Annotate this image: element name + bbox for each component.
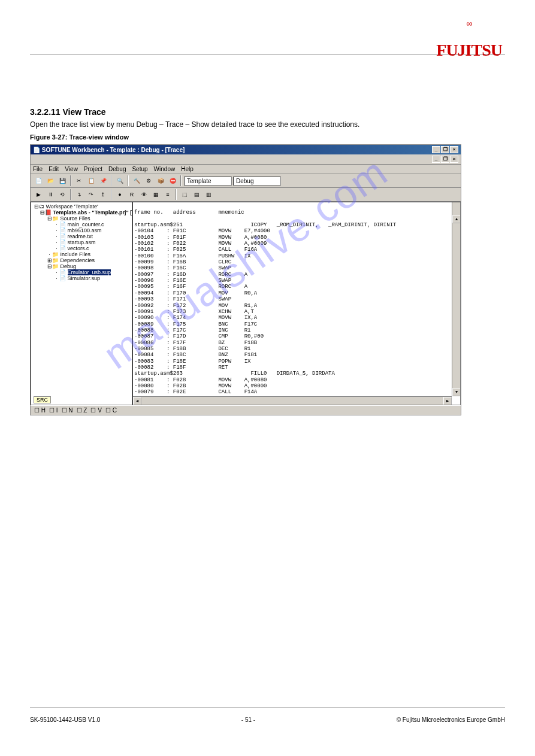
config-combo[interactable]: Debug <box>233 177 281 186</box>
doc-restore-button[interactable]: ❐ <box>441 156 449 163</box>
menu-edit[interactable]: Edit <box>49 166 59 172</box>
menu-file[interactable]: File <box>33 166 43 172</box>
cut-icon[interactable]: ✂ <box>74 175 84 186</box>
menu-window[interactable]: Window <box>154 166 176 172</box>
paste-icon[interactable]: 📌 <box>98 175 108 186</box>
cascade-icon[interactable]: ▥ <box>203 189 214 200</box>
scroll-left-icon[interactable]: ◀ <box>133 397 141 405</box>
reset-icon[interactable]: ⟲ <box>57 189 68 200</box>
tree-file: ·📄 main_counter.c <box>32 221 131 227</box>
watch-icon[interactable]: 👁 <box>138 189 149 200</box>
footer-right: © Fujitsu Microelectronics Europe GmbH <box>397 716 505 723</box>
menu-view[interactable]: View <box>65 166 78 172</box>
figure-caption-trace: Figure 3-27: Trace-view window <box>30 133 505 141</box>
tree-root: ⊟🗂 Workspace 'Template' <box>32 204 131 210</box>
flag-c[interactable]: ☐ C <box>105 407 117 414</box>
breakpoint-icon[interactable]: ● <box>114 189 125 200</box>
tree-file: ·📄 startup.asm <box>32 239 131 245</box>
app-icon: 📄 <box>33 147 40 153</box>
logo-text: FUJITSU <box>436 41 502 60</box>
compile-icon[interactable]: ⚙ <box>143 175 154 186</box>
trace-panel[interactable]: frame no. address mnemonic startup.asm$2… <box>132 202 461 405</box>
workspace-tree[interactable]: ⊟🗂 Workspace 'Template' ⊟📕 Template.abs … <box>31 202 132 405</box>
vertical-scrollbar[interactable]: ▲ ▼ <box>452 202 460 396</box>
menu-debug[interactable]: Debug <box>108 166 126 172</box>
build-icon[interactable]: 🔨 <box>131 175 142 186</box>
window-icon[interactable]: ⬚ <box>179 189 190 200</box>
minimize-button[interactable]: _ <box>432 146 440 153</box>
footer-rule <box>30 708 505 708</box>
break-icon[interactable]: ⏸ <box>45 189 56 200</box>
close-button[interactable]: × <box>450 146 458 153</box>
tree-debug-folder: ⊟📁 Debug <box>32 263 131 269</box>
step-in-icon[interactable]: ↴ <box>74 189 84 200</box>
copy-icon[interactable]: 📋 <box>86 175 96 186</box>
tile-icon[interactable]: ▤ <box>191 189 202 200</box>
scroll-up-icon[interactable]: ▲ <box>452 215 461 223</box>
flag-i[interactable]: ☐ I <box>49 407 58 414</box>
tree-tab-src[interactable]: SRC <box>34 396 51 403</box>
window-title: SOFTUNE Workbench - Template : Debug - [… <box>42 147 185 153</box>
flag-n[interactable]: ☐ N <box>62 407 73 414</box>
tree-include-folder: ·📁 Include Files <box>32 251 131 257</box>
titlebar: 📄 SOFTUNE Workbench - Template : Debug -… <box>31 145 461 154</box>
step-out-icon[interactable]: ↥ <box>98 189 108 200</box>
tree-dependencies-folder: ⊞📁 Dependencies <box>32 257 131 263</box>
trace-icon[interactable]: ≡ <box>162 189 173 200</box>
find-icon[interactable]: 🔍 <box>114 175 125 186</box>
tree-debug-item: ·📄 Simulator.sup <box>32 275 131 281</box>
header-rule <box>30 54 505 54</box>
step-over-icon[interactable]: ↷ <box>86 189 96 200</box>
toolbar-row-2: ▶ ⏸ ⟲ ↴ ↷ ↥ ● R 👁 ▦ ≡ ⬚ ▤ ▥ <box>31 188 461 202</box>
footer-center: - 51 - <box>241 716 255 723</box>
menu-project[interactable]: Project <box>84 166 102 172</box>
go-icon[interactable]: ▶ <box>33 189 44 200</box>
tree-file: ·📄 readme.txt <box>32 233 131 239</box>
register-icon[interactable]: R <box>126 189 137 200</box>
footer-left: SK-95100-1442-USB V1.0 <box>30 716 100 723</box>
toolbar-row-1: 📄 📂 💾 ✂ 📋 📌 🔍 🔨 ⚙ 📦 ⛔ Template Debug <box>31 174 461 188</box>
memory-icon[interactable]: ▦ <box>150 189 161 200</box>
tree-source-folder: ⊟📁 Source Files <box>32 215 131 221</box>
trace-lines: startup.asm$251 ICOPY _ROM_DIRINIT, _RAM… <box>134 222 396 405</box>
section-trace-text: Open the trace list view by menu Debug –… <box>30 120 505 129</box>
tree-file: ·📄 mb95100.asm <box>32 227 131 233</box>
fujitsu-logo: ∞ FUJITSU <box>436 30 502 60</box>
restore-button[interactable]: ❐ <box>441 146 449 153</box>
open-icon[interactable]: 📂 <box>45 175 56 186</box>
menu-setup[interactable]: Setup <box>132 166 147 172</box>
scroll-down-icon[interactable]: ▼ <box>452 388 461 396</box>
trace-header: frame no. address mnemonic <box>134 210 244 215</box>
flag-v[interactable]: ☐ V <box>90 407 101 414</box>
tree-file: ·📄 vectors.c <box>32 245 131 251</box>
flag-z[interactable]: ☐ Z <box>77 407 87 414</box>
new-icon[interactable]: 📄 <box>33 175 44 186</box>
save-icon[interactable]: 💾 <box>57 175 68 186</box>
menu-help[interactable]: Help <box>181 166 194 172</box>
project-combo[interactable]: Template <box>184 177 232 186</box>
doc-minimize-button[interactable]: _ <box>432 156 440 163</box>
statusbar: ☐ H ☐ I ☐ N ☐ Z ☐ V ☐ C <box>31 405 461 415</box>
hidden-body-text: 3.2.2.12 Call stack At any point inside … <box>30 427 505 657</box>
tree-project: ⊟📕 Template.abs - "Template.prj" [Debug] <box>32 210 131 215</box>
screenshot-trace-window: 📄 SOFTUNE Workbench - Template : Debug -… <box>30 144 461 415</box>
stop-build-icon[interactable]: ⛔ <box>167 175 178 186</box>
section-trace-title: 3.2.2.11 View Trace <box>30 107 505 117</box>
doc-close-button[interactable]: × <box>450 156 458 163</box>
menubar: File Edit View Project Debug Setup Windo… <box>31 165 461 174</box>
make-icon[interactable]: 📦 <box>155 175 166 186</box>
tree-debug-item: ·📄 Emulator_usb.sup <box>32 269 131 275</box>
page-footer: SK-95100-1442-USB V1.0 - 51 - © Fujitsu … <box>30 716 505 723</box>
scroll-right-icon[interactable]: ▶ <box>443 397 452 405</box>
flag-h[interactable]: ☐ H <box>34 407 46 414</box>
horizontal-scrollbar[interactable]: ◀ ▶ <box>133 396 452 405</box>
